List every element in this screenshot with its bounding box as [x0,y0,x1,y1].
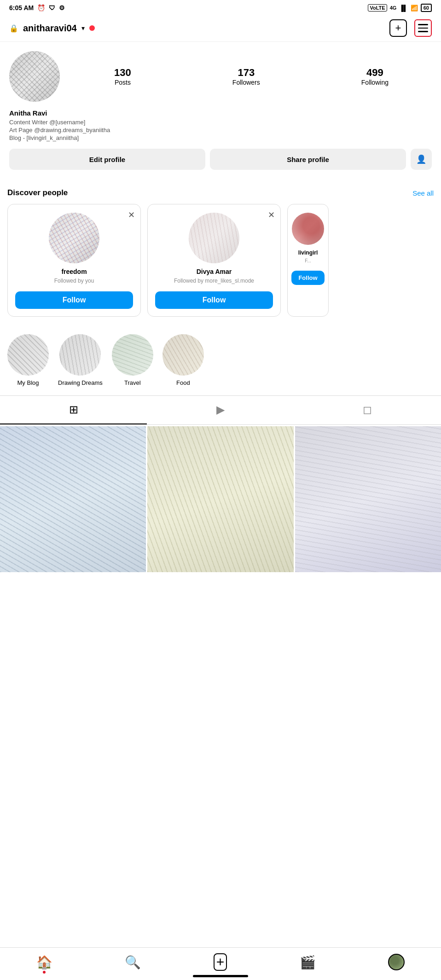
highlight-3-label: Travel [124,379,141,386]
card-2-name: Divya Amar [197,268,232,275]
edit-profile-button[interactable]: Edit profile [9,149,205,170]
bio-section: Anitha Ravi Content Writer @[username] A… [9,109,432,141]
top-nav: 🔒 anitharavi04 ▾ + [0,15,441,42]
avatar-image [9,51,60,102]
network-4g: 4G [390,5,397,11]
dropdown-chevron-icon[interactable]: ▾ [81,24,85,32]
alarm-icon: ⏰ [37,4,45,12]
action-buttons: Edit profile Share profile 👤 [9,149,432,170]
post-thumb-2[interactable] [147,426,293,572]
posts-count: 130 [114,67,131,79]
menu-button[interactable] [414,19,432,37]
discover-header: Discover people See all [7,188,434,197]
bio-line-3: Blog - [livingirl_k_anniitha] [9,134,432,141]
discover-card-1: ✕ freedom Followed by you Follow [7,204,141,317]
notification-dot [89,25,95,31]
tagged-icon: ◻ [363,403,372,416]
username-label: anitharavi04 [23,23,77,34]
posts-grid [0,426,441,572]
highlight-1-image [7,334,49,376]
tab-reels[interactable]: ▶ [147,396,294,424]
following-stat[interactable]: 499 Following [361,67,389,86]
nav-home-button[interactable]: 🏠 [36,955,52,970]
highlight-3[interactable]: Travel [112,334,153,386]
reels-nav-icon: 🎬 [300,955,316,970]
add-icon: + [395,22,401,34]
profile-stats: 130 Posts 173 Followers 499 Following [71,67,432,86]
hamburger-icon [418,24,428,32]
card-3-name: livingirl [298,249,318,256]
nav-add-button[interactable]: + [214,953,227,971]
highlight-4-label: Food [176,379,190,386]
bio-line-2: Art Page @drawing.dreams_byaniitha [9,127,432,133]
discover-card-3: livingirl F... Follow [287,204,329,317]
highlight-3-image [112,334,153,376]
highlight-2-image [59,334,101,376]
discover-scroll: ✕ freedom Followed by you Follow ✕ Divya… [7,204,434,317]
status-right: VoLTE 4G ▐▌ 📶 60 [368,4,432,12]
reels-icon: ▶ [216,403,225,416]
settings-icon: ⚙ [59,4,65,12]
add-post-button[interactable]: + [389,19,407,37]
followers-label: Followers [232,79,260,86]
add-person-icon: 👤 [416,154,426,164]
followers-stat[interactable]: 173 Followers [232,67,260,86]
status-time: 6:05 AM [9,4,34,12]
discover-section: Discover people See all ✕ freedom Follow… [0,188,441,317]
nav-search-button[interactable]: 🔍 [125,955,141,970]
highlight-1[interactable]: My Blog [7,334,49,386]
posts-stat[interactable]: 130 Posts [114,67,131,86]
highlight-2-label: Drawing Dreams [58,379,103,386]
nav-profile-button[interactable] [388,954,405,970]
home-indicator [193,975,248,977]
volte-label: VoLTE [368,4,387,12]
search-icon: 🔍 [125,955,141,970]
signal-bars: ▐▌ [399,5,407,12]
profile-top: 130 Posts 173 Followers 499 Following [9,51,432,102]
home-notification-dot [43,971,46,974]
nav-right: + [389,19,432,37]
highlights-section: My Blog Drawing Dreams Travel Food [0,330,441,395]
highlight-2[interactable]: Drawing Dreams [58,334,103,386]
see-all-link[interactable]: See all [412,189,434,197]
tab-tagged[interactable]: ◻ [294,396,441,424]
share-profile-button[interactable]: Share profile [210,149,406,170]
followers-count: 173 [238,67,255,79]
shield-icon: 🛡 [49,4,55,12]
card-1-name: freedom [61,268,87,275]
post-thumb-1[interactable] [0,426,146,572]
follow-card-3-button[interactable]: Follow [291,271,325,285]
post-thumb-3[interactable] [295,426,441,572]
follow-card-2-button[interactable]: Follow [155,291,273,309]
add-person-button[interactable]: 👤 [411,149,432,170]
following-count: 499 [366,67,383,79]
profile-section: 130 Posts 173 Followers 499 Following An… [0,42,441,188]
nav-profile-avatar [388,954,405,970]
follow-card-1-button[interactable]: Follow [15,291,133,309]
card-2-sub: Followed by more_likes_sl.mode [174,277,254,285]
card-3-sub: F... [305,258,311,264]
following-label: Following [361,79,389,86]
nav-left: 🔒 anitharavi04 ▾ [9,23,95,34]
highlight-4-image [162,334,204,376]
nav-reels-button[interactable]: 🎬 [300,955,316,970]
profile-name: Anitha Ravi [9,109,432,117]
bio-line-1: Content Writer @[username] [9,119,432,126]
posts-label: Posts [115,79,131,86]
card-2-avatar [189,213,239,263]
add-content-icon: + [214,953,227,971]
grid-icon: ⊞ [69,403,78,416]
discover-card-2: ✕ Divya Amar Followed by more_likes_sl.m… [147,204,281,317]
discover-title: Discover people [7,188,68,197]
close-card-2-button[interactable]: ✕ [268,210,275,220]
status-bar: 6:05 AM ⏰ 🛡 ⚙ VoLTE 4G ▐▌ 📶 60 [0,0,441,15]
tab-grid[interactable]: ⊞ [0,396,147,424]
card-1-avatar [49,213,99,263]
highlight-1-label: My Blog [17,379,39,386]
card-1-sub: Followed by you [54,277,94,285]
close-card-1-button[interactable]: ✕ [128,210,135,220]
profile-avatar[interactable] [9,51,60,102]
highlight-4[interactable]: Food [162,334,204,386]
lock-icon: 🔒 [9,24,18,33]
status-left: 6:05 AM ⏰ 🛡 ⚙ [9,4,65,12]
